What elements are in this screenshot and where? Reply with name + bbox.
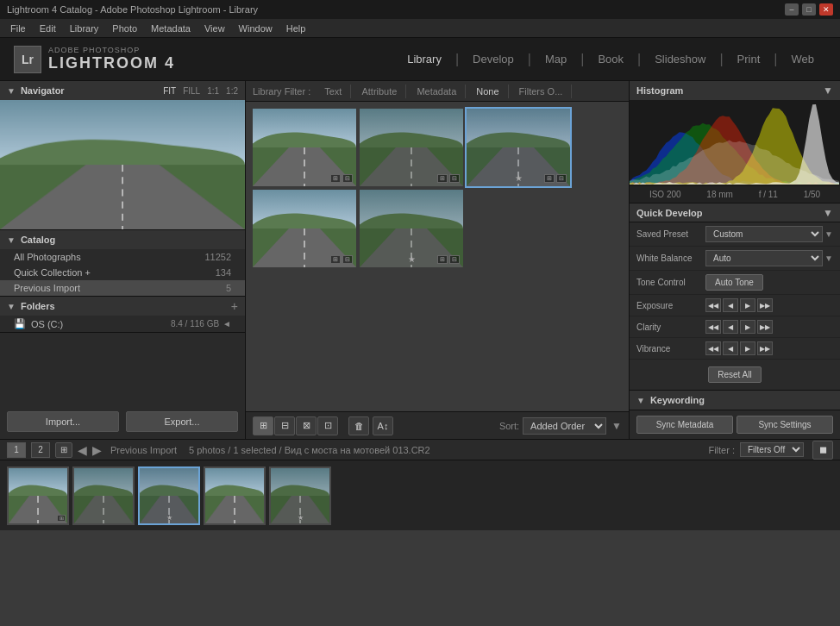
exposure-inc[interactable]: ▶ <box>740 298 755 312</box>
photo-3-star: ★ <box>515 173 523 183</box>
page-1-button[interactable]: 1 <box>7 442 26 458</box>
sync-metadata-button[interactable]: Sync Metadata <box>636 416 733 434</box>
sort-asc-button[interactable]: A↕ <box>373 416 393 435</box>
next-arrow[interactable]: ▶ <box>92 443 102 457</box>
film-thumb-4[interactable] <box>204 466 266 525</box>
module-web[interactable]: Web <box>780 49 827 69</box>
module-book[interactable]: Book <box>586 49 636 69</box>
white-balance-select[interactable]: Auto <box>705 250 823 266</box>
import-button[interactable]: Import... <box>7 411 119 432</box>
bottom-bar: 1 2 ⊞ ◀ ▶ Previous Import 5 photos / 1 s… <box>0 439 840 460</box>
minimize-button[interactable]: – <box>785 3 799 16</box>
catalog-previous-import[interactable]: Previous Import 5 <box>0 280 245 296</box>
exposure-dbl-dec[interactable]: ◀◀ <box>705 298 721 312</box>
export-button[interactable]: Export... <box>126 411 238 432</box>
histogram-expand[interactable]: ▼ <box>823 85 833 97</box>
photo-grid[interactable]: ⊞ ⊟ ⊞ ⊟ ⊞ ⊟ ★ <box>246 102 629 411</box>
sync-settings-button[interactable]: Sync Settings <box>737 416 833 434</box>
menu-metadata[interactable]: Metadata <box>144 22 197 35</box>
loupe-view-button[interactable]: ⊟ <box>274 416 295 435</box>
all-photos-count: 11252 <box>204 252 231 262</box>
grid-cell-4[interactable]: ⊞ ⊟ <box>253 190 356 267</box>
folders-title: Folders <box>21 301 226 311</box>
module-print[interactable]: Print <box>725 49 773 69</box>
vibrance-dbl-inc[interactable]: ▶▶ <box>757 341 773 355</box>
folders-header[interactable]: ▼ Folders + <box>0 297 245 316</box>
clarity-dbl-inc[interactable]: ▶▶ <box>757 320 773 334</box>
filter-custom-tab[interactable]: Filters O... <box>511 85 573 98</box>
grid-cell-2[interactable]: ⊞ ⊟ <box>360 109 463 186</box>
catalog-quick-collection[interactable]: Quick Collection + 134 <box>0 265 245 280</box>
maximize-button[interactable]: □ <box>802 3 816 16</box>
clarity-inc[interactable]: ▶ <box>740 320 755 334</box>
menu-photo[interactable]: Photo <box>105 22 144 35</box>
keywording-title: Keywording <box>650 395 833 405</box>
grid-toggle-button[interactable]: ⊞ <box>55 442 72 458</box>
saved-preset-arrow[interactable]: ▼ <box>824 229 833 239</box>
close-button[interactable]: ✕ <box>819 3 833 16</box>
add-folder-button[interactable]: + <box>231 299 238 313</box>
exposure-dec[interactable]: ◀ <box>723 298 738 312</box>
vibrance-inc[interactable]: ▶ <box>740 341 755 355</box>
reset-all-button[interactable]: Reset All <box>708 366 761 383</box>
filter-right-select[interactable]: Filters Off <box>740 442 804 457</box>
menu-window[interactable]: Window <box>232 22 279 35</box>
menu-file[interactable]: File <box>3 22 33 35</box>
menu-edit[interactable]: Edit <box>33 22 63 35</box>
filter-none-tab[interactable]: None <box>467 85 508 98</box>
keywording-header[interactable]: ▼ Keywording <box>630 391 840 410</box>
film-canvas-4 <box>205 468 264 523</box>
badge-icon-9: ⊞ <box>437 255 448 264</box>
zoom-fit[interactable]: FIT <box>163 86 176 96</box>
grid-view-button[interactable]: ⊞ <box>253 416 273 435</box>
delete-button[interactable]: 🗑 <box>348 416 369 435</box>
window-title: Lightroom 4 Catalog - Adobe Photoshop Li… <box>7 4 785 15</box>
white-balance-arrow[interactable]: ▼ <box>824 254 833 263</box>
sort-direction-button[interactable]: ▼ <box>611 420 622 432</box>
compare-view-button[interactable]: ⊠ <box>296 416 317 435</box>
quick-develop-header[interactable]: Quick Develop ▼ <box>630 203 840 222</box>
film-thumb-5[interactable]: ★ <box>269 466 331 525</box>
film-thumb-3[interactable]: ★ <box>138 466 200 525</box>
clarity-dbl-dec[interactable]: ◀◀ <box>705 320 721 334</box>
exposure-dbl-inc[interactable]: ▶▶ <box>757 298 773 312</box>
saved-preset-select[interactable]: Custom <box>705 226 823 242</box>
grid-cell-5[interactable]: ⊞ ⊟ ★ <box>360 190 463 267</box>
filmstrip-toggle[interactable]: ◼ <box>812 441 833 460</box>
sort-select[interactable]: Added Order Capture Time File Name Ratin… <box>523 417 606 435</box>
lr-brand-subtitle: ADOBE PHOTOSHOP <box>48 46 175 54</box>
folder-item-c[interactable]: 💾 OS (C:) 8.4 / 116 GB ◄ <box>0 316 245 332</box>
main-content: ▼ Navigator FIT FILL 1:1 1:2 ▼ Catalog A… <box>0 81 840 439</box>
vibrance-dec[interactable]: ◀ <box>723 341 738 355</box>
window-controls: – □ ✕ <box>785 3 833 16</box>
auto-tone-button[interactable]: Auto Tone <box>705 274 763 291</box>
survey-view-button[interactable]: ⊡ <box>317 416 338 435</box>
catalog-header[interactable]: ▼ Catalog <box>0 230 245 249</box>
film-thumb-1[interactable]: ⊞ <box>7 466 69 525</box>
clarity-dec[interactable]: ◀ <box>723 320 738 334</box>
film-thumb-2[interactable] <box>72 466 135 525</box>
module-map[interactable]: Map <box>533 49 579 69</box>
prev-arrow[interactable]: ◀ <box>78 443 87 457</box>
film-star-5: ★ <box>298 514 304 522</box>
menu-library[interactable]: Library <box>63 22 106 35</box>
navigator-header[interactable]: ▼ Navigator FIT FILL 1:1 1:2 <box>0 81 245 100</box>
zoom-fill[interactable]: FILL <box>183 86 200 96</box>
filter-metadata-tab[interactable]: Metadata <box>408 85 466 98</box>
catalog-all-photos[interactable]: All Photographs 11252 <box>0 249 245 265</box>
module-library[interactable]: Library <box>395 49 454 69</box>
zoom-1to1[interactable]: 1:1 <box>207 86 219 96</box>
grid-cell-3[interactable]: ⊞ ⊟ ★ <box>467 109 570 186</box>
previous-import-count: 5 <box>226 283 231 293</box>
page-2-button[interactable]: 2 <box>31 442 50 458</box>
filter-text-tab[interactable]: Text <box>316 85 351 98</box>
module-slideshow[interactable]: Slideshow <box>643 49 718 69</box>
quick-develop-expand[interactable]: ▼ <box>823 207 833 219</box>
zoom-1to2[interactable]: 1:2 <box>226 86 238 96</box>
module-develop[interactable]: Develop <box>461 49 526 69</box>
menu-help[interactable]: Help <box>279 22 313 35</box>
filter-attribute-tab[interactable]: Attribute <box>353 85 406 98</box>
grid-cell-1[interactable]: ⊞ ⊟ <box>253 109 356 186</box>
vibrance-dbl-dec[interactable]: ◀◀ <box>705 341 721 355</box>
menu-view[interactable]: View <box>197 22 232 35</box>
